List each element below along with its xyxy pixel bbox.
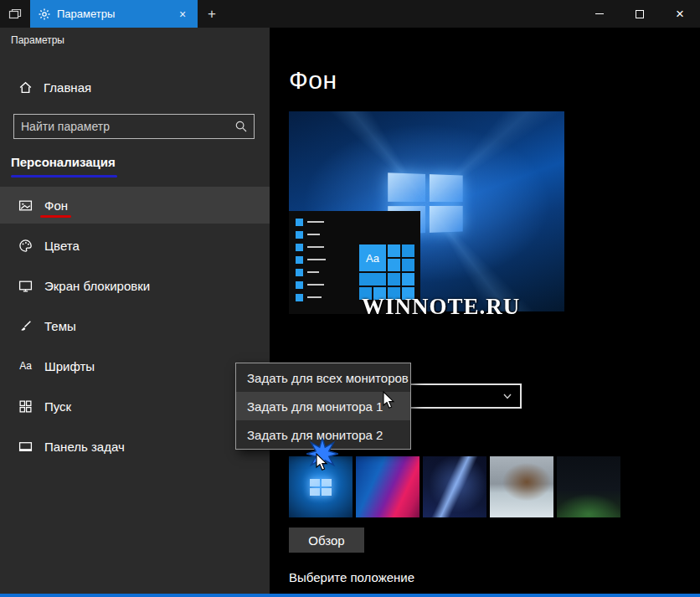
titlebar: Параметры × + × (0, 0, 700, 28)
start-list-item (296, 243, 324, 251)
start-list-item (296, 230, 320, 239)
sidebar-item-label: Панель задач (44, 440, 125, 454)
start-list-item (296, 293, 322, 301)
paintbrush-icon (18, 319, 33, 333)
image-icon (18, 198, 33, 213)
maximize-button[interactable] (620, 0, 660, 28)
start-tile-aa: Aa (359, 244, 386, 271)
tab-title: Параметры (57, 8, 169, 20)
sidebar-item-start[interactable]: Пуск (0, 388, 270, 425)
sidebar-item-home[interactable]: Главная (0, 75, 270, 100)
home-label: Главная (44, 80, 91, 95)
search-icon[interactable] (229, 120, 254, 133)
tab-close-button[interactable]: × (176, 8, 189, 21)
mouse-cursor-icon (316, 453, 330, 473)
search-box (13, 114, 255, 139)
app-title: Параметры (11, 34, 64, 46)
window-stack-icon (8, 8, 22, 21)
choose-fit-label: Выберите положение (289, 570, 414, 584)
search-input[interactable] (14, 115, 229, 138)
start-list-item (296, 218, 324, 226)
new-tab-button[interactable]: + (198, 0, 226, 28)
palette-icon (18, 239, 33, 253)
wallpaper-thumbnail-beach-rocks[interactable] (490, 456, 553, 517)
minimize-button[interactable] (579, 0, 620, 28)
sidebar-item-label: Фон (44, 198, 68, 213)
sidebar-item-lockscreen[interactable]: Экран блокировки (0, 267, 270, 304)
section-title-personalization: Персонализация (11, 155, 116, 169)
tab-settings[interactable]: Параметры × (30, 0, 198, 28)
sidebar-item-taskbar[interactable]: Панель задач (0, 428, 270, 465)
start-list-item (296, 255, 326, 264)
fonts-icon: Aa (18, 359, 33, 373)
mouse-cursor-icon (383, 391, 397, 411)
windows-logo-mini (310, 479, 332, 496)
wallpaper-thumbnail-colorful-abstract[interactable] (356, 456, 419, 517)
tab-switcher-button[interactable] (0, 0, 30, 28)
background-settings-page: Фон Aa WINNOTE.RU Обзо (270, 28, 700, 597)
sidebar-item-themes[interactable]: Темы (0, 307, 270, 344)
lockscreen-icon (18, 279, 33, 293)
watermark-text: WINNOTE.RU (362, 294, 520, 320)
taskbar-icon (18, 440, 33, 454)
wallpaper-thumbnail-deep-space[interactable] (423, 456, 486, 517)
sidebar-item-label: Шрифты (44, 359, 95, 373)
browse-button[interactable]: Обзор (289, 528, 364, 553)
start-list-item (296, 268, 319, 276)
settings-sidebar: Параметры Главная Персонализация (0, 28, 270, 597)
sidebar-item-background[interactable]: Фон (0, 187, 270, 224)
menu-item-set-all-monitors[interactable]: Задать для всех мониторов (236, 363, 410, 392)
gear-icon (39, 8, 50, 20)
chevron-down-icon (502, 390, 513, 402)
sidebar-item-fonts[interactable]: Aa Шрифты (0, 347, 270, 384)
maximize-icon (636, 10, 644, 18)
minimize-icon (595, 13, 604, 14)
wallpaper-thumbnail-night-landscape[interactable] (557, 456, 620, 517)
sidebar-item-label: Экран блокировки (44, 279, 150, 293)
sidebar-item-colors[interactable]: Цвета (0, 227, 270, 264)
annotation-underline-personalization (11, 175, 117, 178)
home-icon (18, 80, 33, 95)
sidebar-item-label: Цвета (44, 239, 80, 253)
page-title: Фон (289, 66, 337, 95)
start-tiles-icon (18, 399, 33, 414)
start-list-item (296, 280, 324, 289)
sidebar-item-label: Темы (44, 319, 76, 333)
close-button[interactable]: × (660, 0, 700, 28)
start-tiles-group: Aa (359, 244, 414, 300)
sidebar-item-label: Пуск (44, 399, 71, 414)
taskbar-edge-strip (0, 594, 700, 597)
annotation-underline-background (40, 215, 71, 218)
